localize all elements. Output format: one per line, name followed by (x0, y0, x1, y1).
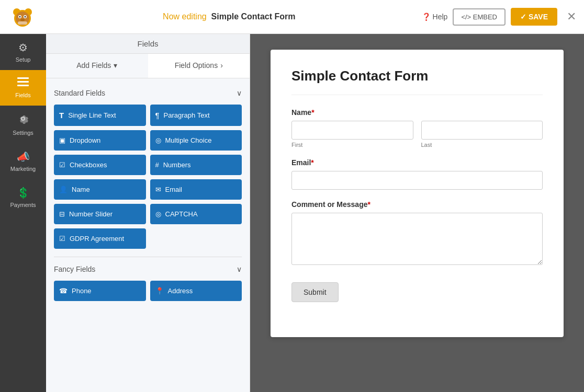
setup-icon: ⚙ (18, 41, 28, 54)
numbers-icon: # (155, 161, 159, 169)
help-button[interactable]: ❓ Help (422, 13, 448, 21)
name-first-input[interactable] (291, 121, 413, 140)
gdpr-icon: ☑ (59, 235, 65, 243)
standard-fields-collapse-icon[interactable]: ∨ (237, 89, 242, 97)
sidebar-item-fields-label: Fields (15, 92, 30, 98)
page-title: Now editing Simple Contact Form (37, 12, 422, 21)
settings-icon (17, 113, 29, 127)
chevron-down-icon: ▾ (114, 61, 117, 70)
dropdown-icon: ▣ (59, 136, 65, 144)
name-last-label: Last (421, 142, 543, 148)
sidebar-item-setup-label: Setup (16, 56, 31, 63)
help-icon: ❓ (422, 13, 431, 21)
email-required: * (311, 158, 313, 167)
section-divider (54, 257, 242, 257)
svg-rect-9 (18, 21, 27, 25)
comment-label: Comment or Message* (291, 200, 543, 209)
sidebar-item-marketing-label: Marketing (10, 166, 36, 172)
name-fields-container: First Last (291, 121, 543, 148)
phone-icon: ☎ (59, 287, 68, 295)
fancy-fields-section-header: Fancy Fields ∨ (54, 265, 242, 273)
field-btn-name[interactable]: 👤 Name (54, 179, 146, 200)
name-label: Name* (291, 108, 543, 117)
field-btn-single-line-text[interactable]: T Single Line Text (54, 105, 146, 126)
checkboxes-icon: ☑ (59, 161, 65, 169)
sidebar-item-settings-label: Settings (13, 130, 33, 136)
email-label: Email* (291, 158, 543, 167)
email-icon: ✉ (155, 186, 161, 193)
svg-rect-10 (17, 77, 29, 79)
field-btn-multiple-choice[interactable]: ◎ Multiple Choice (150, 130, 242, 151)
field-btn-email[interactable]: ✉ Email (150, 179, 242, 200)
svg-point-6 (19, 16, 20, 18)
svg-rect-11 (17, 81, 29, 83)
name-icon: 👤 (59, 186, 68, 193)
sidebar-item-payments[interactable]: 💲 Payments (0, 179, 46, 215)
sidebar-item-marketing[interactable]: 📣 Marketing (0, 143, 46, 179)
fields-content: Standard Fields ∨ T Single Line Text ¶ P… (46, 78, 250, 392)
field-btn-checkboxes[interactable]: ☑ Checkboxes (54, 155, 146, 175)
marketing-icon: 📣 (17, 151, 30, 163)
form-field-name: Name* First Last (291, 108, 543, 148)
logo (8, 3, 37, 31)
field-btn-phone[interactable]: ☎ Phone (54, 281, 146, 301)
close-button[interactable]: ✕ (567, 10, 576, 24)
name-required: * (311, 108, 314, 117)
submit-button[interactable]: Submit (291, 282, 339, 302)
top-bar: Now editing Simple Contact Form ❓ Help <… (0, 0, 584, 34)
comment-required: * (367, 200, 370, 209)
fancy-fields-grid: ☎ Phone 📍 Address (54, 281, 242, 301)
form-field-email: Email* (291, 158, 543, 190)
single-line-text-icon: T (59, 111, 64, 120)
fields-panel: Fields Add Fields ▾ Field Options › Stan… (46, 34, 250, 392)
standard-fields-grid: T Single Line Text ¶ Paragraph Text ▣ Dr… (54, 105, 242, 249)
field-btn-paragraph-text[interactable]: ¶ Paragraph Text (150, 105, 242, 126)
address-icon: 📍 (155, 287, 164, 295)
fancy-fields-label: Fancy Fields (54, 265, 95, 273)
sidebar-item-settings[interactable]: Settings (0, 106, 46, 143)
sidebar-item-fields[interactable]: Fields (0, 70, 46, 106)
sidebar: ⚙ Setup Fields Settings 📣 (0, 34, 46, 392)
field-btn-address[interactable]: 📍 Address (150, 281, 242, 301)
fields-tabs: Add Fields ▾ Field Options › (46, 54, 250, 78)
preview-area: Simple Contact Form Name* First Last (250, 34, 584, 392)
fancy-fields-collapse-icon[interactable]: ∨ (237, 265, 242, 273)
save-button[interactable]: ✓ SAVE (511, 8, 557, 26)
sidebar-item-setup[interactable]: ⚙ Setup (0, 34, 46, 70)
number-slider-icon: ⊟ (59, 210, 65, 218)
payments-icon: 💲 (17, 187, 30, 199)
main-layout: ⚙ Setup Fields Settings 📣 (0, 34, 584, 392)
field-btn-numbers[interactable]: # Numbers (150, 155, 242, 175)
field-btn-gdpr[interactable]: ☑ GDPR Agreement (54, 228, 146, 249)
svg-rect-12 (17, 85, 29, 86)
captcha-icon: ◎ (155, 210, 161, 218)
name-last-wrap: Last (421, 121, 543, 148)
tab-field-options[interactable]: Field Options › (148, 54, 250, 78)
email-input[interactable] (291, 171, 543, 190)
tab-add-fields[interactable]: Add Fields ▾ (46, 54, 148, 78)
comment-textarea[interactable] (291, 213, 543, 265)
standard-fields-label: Standard Fields (54, 89, 105, 97)
sidebar-item-payments-label: Payments (10, 202, 36, 208)
paragraph-text-icon: ¶ (155, 111, 160, 120)
chevron-right-icon: › (220, 61, 223, 70)
name-last-input[interactable] (421, 121, 543, 140)
name-first-label: First (291, 142, 413, 148)
field-btn-dropdown[interactable]: ▣ Dropdown (54, 130, 146, 151)
svg-point-7 (24, 16, 26, 18)
field-btn-captcha[interactable]: ◎ CAPTCHA (150, 204, 242, 224)
form-card: Simple Contact Form Name* First Last (271, 50, 564, 337)
logo-icon (9, 4, 36, 30)
form-title: Simple Contact Form (291, 68, 543, 95)
top-bar-actions: ❓ Help </> EMBED ✓ SAVE ✕ (422, 8, 576, 26)
svg-point-8 (20, 19, 25, 21)
fields-icon (17, 77, 29, 89)
name-first-wrap: First (291, 121, 413, 148)
fields-header: Fields (46, 34, 250, 54)
field-btn-number-slider[interactable]: ⊟ Number Slider (54, 204, 146, 224)
form-field-comment: Comment or Message* (291, 200, 543, 267)
multiple-choice-icon: ◎ (155, 136, 161, 144)
standard-fields-section-header: Standard Fields ∨ (54, 89, 242, 97)
embed-button[interactable]: </> EMBED (453, 8, 506, 26)
